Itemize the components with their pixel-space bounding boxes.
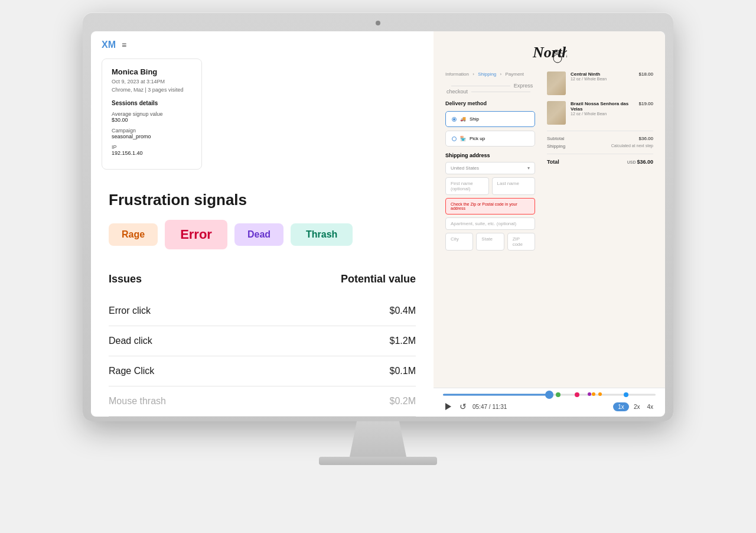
session-card: Monica Bing Oct 9, 2023 at 3:14PM Chrome… xyxy=(102,58,202,170)
brand-logo-svg: North Co. xyxy=(532,41,567,64)
progress-fill xyxy=(443,394,549,396)
speed-2x-button[interactable]: 2x xyxy=(631,402,643,411)
city-input[interactable]: City xyxy=(445,233,473,251)
progress-thumb[interactable] xyxy=(545,391,553,399)
monitor-base xyxy=(319,457,437,465)
name-row: First name (optional) Last name xyxy=(445,177,535,195)
order-divider xyxy=(547,131,653,131)
monitor-wrapper: XM ≡ Monica Bing Oct 9, 2023 at 3:14PM C… xyxy=(83,12,673,521)
last-name-input[interactable]: Last name xyxy=(492,177,536,195)
pdot-4 xyxy=(592,392,595,396)
checkout-container: Information › Shipping › Payment Express… xyxy=(434,72,665,254)
replay-button[interactable]: ↺ xyxy=(460,402,467,411)
pdot-1 xyxy=(556,392,561,397)
issues-section: Issues Potential value Error click $0.4M… xyxy=(91,259,434,417)
express-checkout-label: Express checkout xyxy=(445,83,535,95)
signal-rage[interactable]: Rage xyxy=(109,223,158,246)
first-name-input[interactable]: First name (optional) xyxy=(445,177,489,195)
issue-row-dead-click[interactable]: Dead click $1.2M xyxy=(109,326,416,356)
country-select[interactable]: United States ▾ xyxy=(445,162,535,174)
pdot-6 xyxy=(624,392,628,397)
radio-ship xyxy=(452,117,457,122)
signals-row: Rage Error Dead Thrash xyxy=(109,220,416,249)
state-input[interactable]: State xyxy=(476,233,504,251)
session-avg-signup: Average signup value $30.00 xyxy=(112,111,192,123)
left-panel: XM ≡ Monica Bing Oct 9, 2023 at 3:14PM C… xyxy=(91,31,434,417)
xm-logo: XM xyxy=(102,40,116,50)
session-name: Monica Bing xyxy=(112,67,192,76)
delivery-ship[interactable]: 🚚 Ship xyxy=(445,111,535,127)
order-item-img-1 xyxy=(547,72,566,95)
svg-text:Co.: Co. xyxy=(554,48,563,55)
ship-label: Ship xyxy=(470,116,479,122)
city-state-row: City State ZIP code xyxy=(445,233,535,254)
monitor-screen: XM ≡ Monica Bing Oct 9, 2023 at 3:14PM C… xyxy=(83,12,673,421)
session-campaign: Campaign seasonal_promo xyxy=(112,128,192,139)
right-panel: North Co. Information xyxy=(434,31,665,417)
play-button[interactable] xyxy=(443,401,454,412)
order-item-2: Brazil Nossa Senhora das Velas 12 oz / W… xyxy=(547,101,653,125)
subtotal-row: Subtotal $36.00 xyxy=(547,136,653,141)
pdot-5 xyxy=(598,392,602,396)
shipping-row: Shipping Calculated at next step xyxy=(547,144,653,149)
issues-header: Issues Potential value xyxy=(109,273,416,288)
ship-icon: 🚚 xyxy=(460,116,466,122)
delivery-pickup[interactable]: 🏪 Pick up xyxy=(445,131,535,147)
pickup-label: Pick up xyxy=(470,136,485,141)
frustration-title: Frustration signals xyxy=(109,191,416,209)
pdot-3 xyxy=(588,392,591,396)
brand-header: North Co. xyxy=(434,31,665,72)
zip-input[interactable]: ZIP code xyxy=(507,233,535,251)
pickup-icon: 🏪 xyxy=(460,136,466,141)
session-date: Oct 9, 2023 at 3:14PM Chrome, Maz | 3 pa… xyxy=(112,78,192,94)
screen-content: XM ≡ Monica Bing Oct 9, 2023 at 3:14PM C… xyxy=(91,31,665,417)
total-row: Total USD$36.00 xyxy=(547,159,653,165)
speed-4x-button[interactable]: 4x xyxy=(644,402,656,411)
play-icon xyxy=(445,403,451,410)
monitor-stand xyxy=(343,421,413,457)
menu-icon[interactable]: ≡ xyxy=(122,40,126,50)
order-item-info-1: Central Ninth 12 oz / Whole Bean xyxy=(571,72,634,81)
session-ip: IP 192.156.1.40 xyxy=(112,144,192,156)
speed-controls: 1x 2x 4x xyxy=(613,402,656,411)
signal-thrash[interactable]: Thrash xyxy=(291,223,353,246)
order-summary: Central Ninth 12 oz / Whole Bean $18.00 xyxy=(547,72,653,254)
issue-row-error-click[interactable]: Error click $0.4M xyxy=(109,296,416,326)
screen-inner: XM ≡ Monica Bing Oct 9, 2023 at 3:14PM C… xyxy=(91,31,665,417)
speed-1x-button[interactable]: 1x xyxy=(613,402,629,411)
signal-dead[interactable]: Dead xyxy=(234,223,284,246)
pdot-2 xyxy=(575,392,579,397)
breadcrumb: Information › Shipping › Payment xyxy=(445,72,535,77)
time-display: 05:47 / 11:31 xyxy=(472,404,507,410)
apartment-input[interactable]: Apartment, suite, etc. (optional) xyxy=(445,217,535,230)
xm-header: XM ≡ xyxy=(91,31,434,58)
monitor-camera-dot xyxy=(376,21,380,25)
order-item-img-2 xyxy=(547,101,566,125)
order-item-info-2: Brazil Nossa Senhora das Velas 12 oz / W… xyxy=(571,101,634,116)
issues-col-value: Potential value xyxy=(341,273,416,285)
order-divider-2 xyxy=(547,154,653,154)
player-controls: ↺ 05:47 / 11:31 1x 2x 4x xyxy=(443,401,656,412)
signal-error[interactable]: Error xyxy=(165,220,227,249)
radio-pickup xyxy=(452,136,457,141)
zip-error-field: Check the Zip or Postal code in your add… xyxy=(445,198,535,214)
shipping-title: Shipping address xyxy=(445,152,535,158)
issues-col-label: Issues xyxy=(109,273,142,285)
issue-row-rage-click[interactable]: Rage Click $0.1M xyxy=(109,356,416,386)
video-player: ↺ 05:47 / 11:31 1x 2x 4x xyxy=(434,388,665,417)
progress-bar[interactable] xyxy=(443,393,656,396)
order-item-1: Central Ninth 12 oz / Whole Bean $18.00 xyxy=(547,72,653,95)
session-details-title: Sessions details xyxy=(112,100,192,106)
checkout-left: Information › Shipping › Payment Express… xyxy=(445,72,535,254)
delivery-title: Delivery method xyxy=(445,100,535,106)
frustration-section: Frustration signals Rage Error Dead Thra… xyxy=(91,179,434,259)
issue-row-mouse-thrash[interactable]: Mouse thrash $0.2M xyxy=(109,386,416,417)
